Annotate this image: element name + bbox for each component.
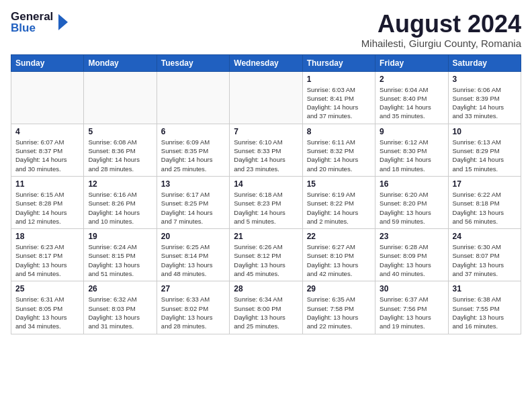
day-info: Sunrise: 6:25 AM Sunset: 8:14 PM Dayligh… [161, 242, 225, 278]
day-number: 4 [15, 127, 79, 136]
calendar-cell: 31Sunrise: 6:38 AM Sunset: 7:55 PM Dayli… [448, 281, 521, 334]
day-number: 10 [453, 127, 517, 136]
calendar-cell: 30Sunrise: 6:37 AM Sunset: 7:56 PM Dayli… [375, 281, 448, 334]
day-number: 27 [161, 284, 225, 293]
main-title: August 2024 [361, 11, 521, 38]
day-number: 20 [161, 232, 225, 241]
svg-marker-0 [58, 14, 68, 30]
day-info: Sunrise: 6:11 AM Sunset: 8:32 PM Dayligh… [307, 138, 371, 173]
day-header-tuesday: Tuesday [157, 54, 229, 71]
day-number: 19 [88, 232, 152, 241]
day-header-friday: Friday [375, 54, 448, 71]
day-info: Sunrise: 6:03 AM Sunset: 8:41 PM Dayligh… [307, 85, 371, 121]
day-info: Sunrise: 6:19 AM Sunset: 8:22 PM Dayligh… [307, 190, 371, 226]
day-number: 21 [234, 232, 298, 241]
day-number: 5 [88, 127, 152, 136]
day-info: Sunrise: 6:38 AM Sunset: 7:55 PM Dayligh… [453, 295, 517, 330]
calendar-cell [230, 71, 302, 124]
day-info: Sunrise: 6:37 AM Sunset: 7:56 PM Dayligh… [380, 295, 443, 330]
day-info: Sunrise: 6:26 AM Sunset: 8:12 PM Dayligh… [234, 242, 298, 278]
day-number: 1 [307, 75, 371, 84]
calendar-cell: 20Sunrise: 6:25 AM Sunset: 8:14 PM Dayli… [157, 229, 229, 281]
day-number: 2 [380, 75, 443, 84]
calendar-cell: 4Sunrise: 6:07 AM Sunset: 8:37 PM Daylig… [11, 124, 84, 176]
day-info: Sunrise: 6:35 AM Sunset: 7:58 PM Dayligh… [307, 295, 371, 330]
logo-general: General [11, 11, 53, 22]
day-number: 18 [15, 232, 79, 241]
day-number: 6 [161, 127, 225, 136]
logo-icon [56, 13, 71, 32]
day-header-wednesday: Wednesday [230, 54, 302, 71]
logo-blue: Blue [11, 22, 53, 34]
subtitle: Mihailesti, Giurgiu County, Romania [361, 38, 521, 49]
day-info: Sunrise: 6:33 AM Sunset: 8:02 PM Dayligh… [161, 295, 225, 330]
day-info: Sunrise: 6:24 AM Sunset: 8:15 PM Dayligh… [88, 242, 152, 278]
calendar-cell: 23Sunrise: 6:28 AM Sunset: 8:09 PM Dayli… [375, 229, 448, 281]
calendar-cell: 15Sunrise: 6:19 AM Sunset: 8:22 PM Dayli… [302, 176, 375, 228]
day-info: Sunrise: 6:31 AM Sunset: 8:05 PM Dayligh… [15, 295, 79, 330]
calendar-cell: 8Sunrise: 6:11 AM Sunset: 8:32 PM Daylig… [302, 124, 375, 176]
day-info: Sunrise: 6:17 AM Sunset: 8:25 PM Dayligh… [161, 190, 225, 226]
day-header-sunday: Sunday [11, 54, 84, 71]
calendar-cell: 12Sunrise: 6:16 AM Sunset: 8:26 PM Dayli… [84, 176, 157, 228]
day-number: 28 [234, 284, 298, 293]
day-info: Sunrise: 6:20 AM Sunset: 8:20 PM Dayligh… [380, 190, 443, 226]
calendar-cell [157, 71, 229, 124]
calendar-cell: 17Sunrise: 6:22 AM Sunset: 8:18 PM Dayli… [448, 176, 521, 228]
week-row-3: 11Sunrise: 6:15 AM Sunset: 8:28 PM Dayli… [11, 176, 521, 228]
day-number: 22 [307, 232, 371, 241]
calendar-cell: 14Sunrise: 6:18 AM Sunset: 8:23 PM Dayli… [230, 176, 302, 228]
calendar-cell: 28Sunrise: 6:34 AM Sunset: 8:00 PM Dayli… [230, 281, 302, 334]
day-info: Sunrise: 6:12 AM Sunset: 8:30 PM Dayligh… [380, 138, 443, 173]
day-number: 29 [307, 284, 371, 293]
calendar-header-row: SundayMondayTuesdayWednesdayThursdayFrid… [11, 54, 521, 71]
calendar-cell: 26Sunrise: 6:32 AM Sunset: 8:03 PM Dayli… [84, 281, 157, 334]
calendar-cell: 5Sunrise: 6:08 AM Sunset: 8:36 PM Daylig… [84, 124, 157, 176]
day-info: Sunrise: 6:15 AM Sunset: 8:28 PM Dayligh… [15, 190, 79, 226]
day-number: 24 [453, 232, 517, 241]
calendar-cell: 16Sunrise: 6:20 AM Sunset: 8:20 PM Dayli… [375, 176, 448, 228]
day-number: 13 [161, 179, 225, 189]
day-info: Sunrise: 6:28 AM Sunset: 8:09 PM Dayligh… [380, 242, 443, 278]
day-info: Sunrise: 6:09 AM Sunset: 8:35 PM Dayligh… [161, 138, 225, 173]
day-info: Sunrise: 6:18 AM Sunset: 8:23 PM Dayligh… [234, 190, 298, 226]
calendar-cell [11, 71, 84, 124]
day-number: 7 [234, 127, 298, 136]
day-number: 16 [380, 179, 443, 189]
calendar-table: SundayMondayTuesdayWednesdayThursdayFrid… [11, 54, 521, 334]
page-header: General Blue August 2024 Mihailesti, Giu… [11, 11, 521, 49]
day-number: 3 [453, 75, 517, 84]
day-header-saturday: Saturday [448, 54, 521, 71]
day-info: Sunrise: 6:22 AM Sunset: 8:18 PM Dayligh… [453, 190, 517, 226]
calendar-cell: 3Sunrise: 6:06 AM Sunset: 8:39 PM Daylig… [448, 71, 521, 124]
day-number: 11 [15, 179, 79, 189]
calendar-cell: 21Sunrise: 6:26 AM Sunset: 8:12 PM Dayli… [230, 229, 302, 281]
logo: General Blue [11, 11, 71, 34]
day-info: Sunrise: 6:32 AM Sunset: 8:03 PM Dayligh… [88, 295, 152, 330]
day-number: 8 [307, 127, 371, 136]
calendar-cell [84, 71, 157, 124]
day-info: Sunrise: 6:34 AM Sunset: 8:00 PM Dayligh… [234, 295, 298, 330]
day-info: Sunrise: 6:07 AM Sunset: 8:37 PM Dayligh… [15, 138, 79, 173]
day-number: 12 [88, 179, 152, 189]
calendar-cell: 7Sunrise: 6:10 AM Sunset: 8:33 PM Daylig… [230, 124, 302, 176]
day-number: 23 [380, 232, 443, 241]
calendar-cell: 2Sunrise: 6:04 AM Sunset: 8:40 PM Daylig… [375, 71, 448, 124]
day-info: Sunrise: 6:16 AM Sunset: 8:26 PM Dayligh… [88, 190, 152, 226]
day-info: Sunrise: 6:13 AM Sunset: 8:29 PM Dayligh… [453, 138, 517, 173]
calendar-cell: 1Sunrise: 6:03 AM Sunset: 8:41 PM Daylig… [302, 71, 375, 124]
day-info: Sunrise: 6:04 AM Sunset: 8:40 PM Dayligh… [380, 85, 443, 121]
calendar-cell: 13Sunrise: 6:17 AM Sunset: 8:25 PM Dayli… [157, 176, 229, 228]
day-number: 15 [307, 179, 371, 189]
title-section: August 2024 Mihailesti, Giurgiu County, … [361, 11, 521, 49]
week-row-4: 18Sunrise: 6:23 AM Sunset: 8:17 PM Dayli… [11, 229, 521, 281]
week-row-1: 1Sunrise: 6:03 AM Sunset: 8:41 PM Daylig… [11, 71, 521, 124]
day-info: Sunrise: 6:10 AM Sunset: 8:33 PM Dayligh… [234, 138, 298, 173]
calendar-cell: 10Sunrise: 6:13 AM Sunset: 8:29 PM Dayli… [448, 124, 521, 176]
calendar-cell: 9Sunrise: 6:12 AM Sunset: 8:30 PM Daylig… [375, 124, 448, 176]
week-row-5: 25Sunrise: 6:31 AM Sunset: 8:05 PM Dayli… [11, 281, 521, 334]
day-number: 25 [15, 284, 79, 293]
day-info: Sunrise: 6:27 AM Sunset: 8:10 PM Dayligh… [307, 242, 371, 278]
day-info: Sunrise: 6:08 AM Sunset: 8:36 PM Dayligh… [88, 138, 152, 173]
calendar-cell: 19Sunrise: 6:24 AM Sunset: 8:15 PM Dayli… [84, 229, 157, 281]
